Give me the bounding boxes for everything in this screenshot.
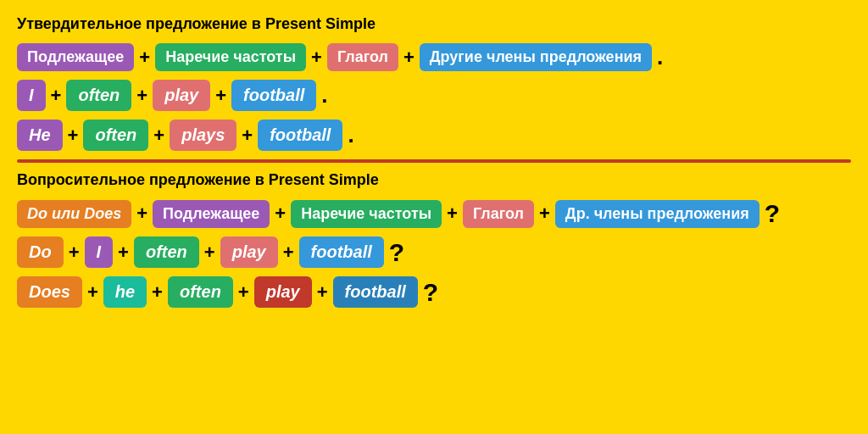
chip-he-2: he [103,276,147,308]
chip-often-3: often [134,236,199,268]
chip-do-does-label: Do или Does [17,200,131,228]
chip-i: I [17,80,46,111]
plus-12: + [447,203,458,225]
plus-5: + [136,85,147,107]
question-1: ? [765,199,780,228]
plus-21: + [317,281,328,303]
section1-title: Утвердительное предложение в Present Sim… [17,15,851,33]
chip-football-1: football [231,80,316,111]
section2-title: Вопросительное предложение в Present Sim… [17,171,851,189]
chip-adverb-label: Наречие частоты [155,43,306,71]
chip-subject-label: Подлежащее [17,43,134,71]
plus-19: + [152,281,163,303]
plus-16: + [204,242,215,264]
plus-7: + [68,125,79,147]
chip-i-2: I [85,236,114,268]
plus-6: + [215,85,226,107]
chip-play-1: play [153,80,210,111]
chip-often-4: often [168,276,233,308]
chip-football-3: football [299,236,384,268]
chip-often-2: often [83,120,148,151]
chip-verb-label: Глагол [327,43,398,71]
plus-17: + [283,242,294,264]
plus-14: + [69,242,80,264]
plus-4: + [51,85,62,107]
plus-9: + [242,125,253,147]
chip-plays: plays [170,120,236,151]
chip-verb-label-2: Глагол [463,200,534,228]
plus-1: + [139,47,150,69]
question-example-row-1: Do + I + often + play + football ? [17,236,851,268]
chip-football-4: football [333,276,418,308]
divider [17,159,851,163]
plus-3: + [403,47,415,69]
example-row-2: He + often + plays + football . [17,120,851,151]
question-3: ? [423,278,438,307]
question-formula-row: Do или Does + Подлежащее + Наречие часто… [17,199,851,228]
plus-13: + [539,203,550,225]
chip-play-3: play [254,276,312,308]
question-2: ? [389,238,404,267]
chip-often-1: often [66,80,131,111]
plus-15: + [118,242,129,264]
plus-10: + [136,203,147,225]
chip-adverb-label-2: Наречие частоты [291,200,442,228]
dot-2: . [321,82,327,108]
chip-play-2: play [220,236,278,268]
plus-18: + [87,281,98,303]
question-example-row-2: Does + he + often + play + football ? [17,276,851,308]
formula-row-1: Подлежащее + Наречие частоты + Глагол + … [17,43,851,71]
chip-subject-label-2: Подлежащее [153,200,270,228]
example-row-1: I + often + play + football . [17,80,851,111]
plus-11: + [275,203,286,225]
chip-other-label-2: Др. члены предложения [555,200,760,228]
chip-he: He [17,120,63,151]
chip-football-2: football [258,120,342,151]
plus-20: + [238,281,249,303]
chip-does: Does [17,276,82,308]
chip-other-label: Другие члены предложения [420,43,652,71]
plus-8: + [153,125,164,147]
dot-1: . [657,44,663,70]
chip-do: Do [17,236,64,268]
plus-2: + [311,47,322,69]
dot-3: . [348,122,353,148]
